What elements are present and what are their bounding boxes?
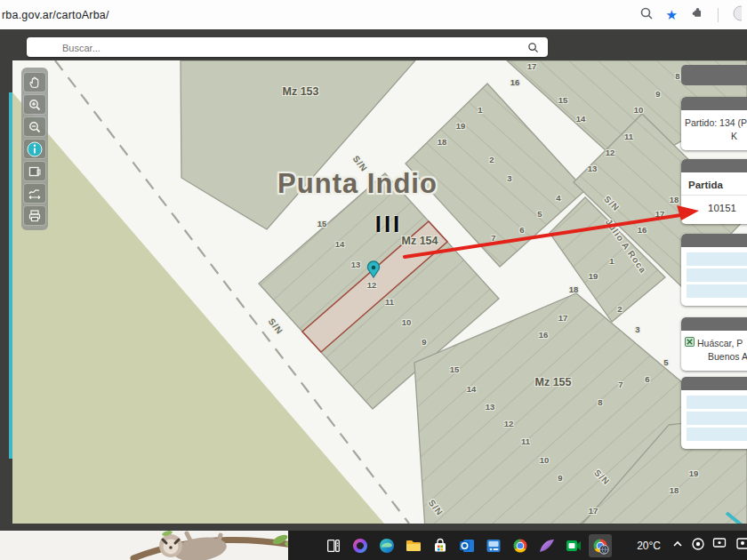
partido-text-line2: K	[685, 130, 747, 143]
desktop-wallpaper	[0, 531, 288, 560]
table-row[interactable]	[687, 428, 747, 441]
table-row[interactable]	[687, 396, 747, 409]
table-row[interactable]	[687, 284, 747, 298]
zoom-in-icon[interactable]	[23, 94, 46, 115]
blue-app-icon[interactable]	[482, 534, 505, 557]
chrome-icon[interactable]	[509, 534, 532, 557]
profile-icon-partial[interactable]	[731, 5, 742, 25]
data-table-card-header[interactable]	[681, 234, 747, 247]
chrome-active-icon[interactable]	[589, 534, 612, 557]
data-table-card-2	[681, 377, 747, 449]
partido-card: Partido: 134 (P K	[681, 97, 747, 150]
outlook-icon[interactable]	[455, 534, 478, 557]
temperature-text[interactable]: 20°C	[637, 540, 661, 552]
info-panel: Partido: 134 (P K Partida 10151 Huáscar,…	[681, 65, 747, 460]
taskbar-apps: 20°C	[288, 531, 747, 560]
table-row[interactable]	[687, 252, 747, 266]
browser-address-bar: rba.gov.ar/cartoArba/ ★	[0, 0, 747, 30]
partida-value[interactable]: 10151	[681, 196, 747, 215]
map-toolbar	[21, 68, 48, 230]
table-row[interactable]	[687, 268, 747, 282]
file-explorer-icon[interactable]	[402, 534, 425, 557]
bookmark-star-icon[interactable]: ★	[666, 7, 678, 23]
info-icon[interactable]	[23, 139, 46, 159]
meet-icon[interactable]	[562, 534, 585, 557]
toolbar-divider	[718, 8, 719, 22]
table-row[interactable]	[687, 412, 747, 425]
edge-icon[interactable]	[375, 534, 398, 557]
screen: { "browser": { "url": "rba.gov.ar/cartoA…	[0, 0, 747, 560]
address-card: Huáscar, P Buenos Ai	[681, 317, 747, 371]
chevron-up-icon[interactable]	[671, 538, 684, 554]
edge-partial-icon[interactable]	[735, 536, 747, 556]
feather-app-icon[interactable]	[535, 534, 558, 557]
windows-taskbar: 20°C	[0, 531, 747, 560]
boundary-line	[9, 92, 12, 459]
display-icon[interactable]	[712, 537, 727, 554]
data-table-card	[681, 234, 747, 306]
map-search-bar	[27, 37, 548, 57]
map-canvas	[12, 60, 747, 524]
address-text[interactable]: Huáscar, P	[697, 337, 743, 350]
zoom-out-icon[interactable]	[23, 116, 46, 137]
partido-text: Partido: 134 (P	[685, 116, 747, 130]
data-table-card-2-header[interactable]	[681, 377, 747, 390]
print-icon[interactable]	[23, 205, 46, 226]
task-view-icon[interactable]	[322, 534, 345, 557]
copilot-icon[interactable]	[349, 534, 372, 557]
weather-moon-icon[interactable]	[612, 535, 630, 556]
measure-icon[interactable]	[23, 183, 46, 204]
pan-hand-icon[interactable]	[23, 72, 46, 92]
system-tray: 20°C	[612, 535, 747, 556]
partida-card: Partida 10151	[681, 159, 747, 224]
partida-card-header[interactable]	[681, 159, 747, 172]
partida-label: Partida	[681, 178, 747, 196]
panel-card-collapsed[interactable]	[681, 65, 747, 85]
record-circle-icon[interactable]	[691, 537, 705, 555]
store-icon[interactable]	[429, 534, 452, 557]
address-card-header[interactable]	[681, 317, 747, 331]
excel-file-icon	[685, 337, 695, 350]
zoom-page-icon[interactable]	[639, 6, 654, 24]
search-icon[interactable]	[527, 41, 539, 57]
url-text[interactable]: rba.gov.ar/cartoArba/	[2, 9, 109, 21]
partido-card-header[interactable]	[681, 97, 747, 110]
extensions-puzzle-icon[interactable]	[690, 5, 705, 24]
sloth-wallpaper-image	[124, 531, 288, 560]
search-input[interactable]	[60, 37, 526, 59]
address-text-line2: Buenos Ai	[685, 350, 747, 364]
map-viewport[interactable]: Punta IndioIIIMz 153Mz 154Mz 155 S/NS/NS…	[12, 60, 747, 524]
select-area-icon[interactable]	[23, 161, 46, 181]
